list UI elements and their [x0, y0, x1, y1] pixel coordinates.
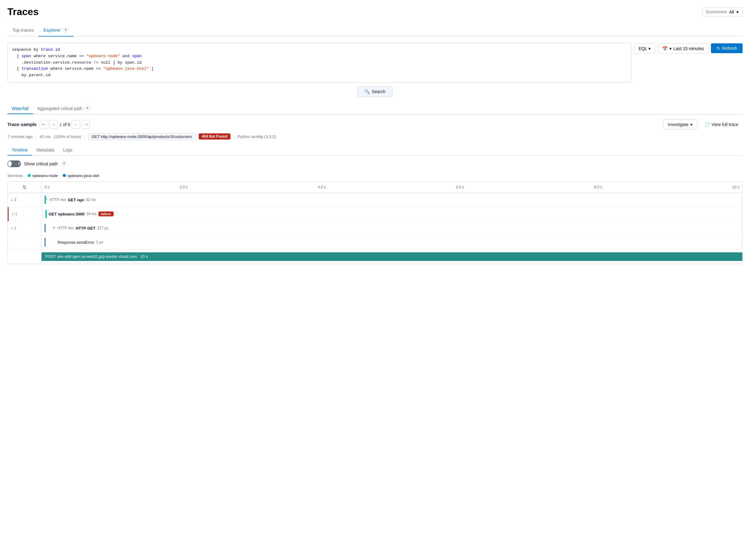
span-duration-4: 2 μs [96, 240, 103, 244]
scale-2s: 2.0 s [180, 185, 188, 189]
detail-tab-logs[interactable]: Logs [59, 145, 77, 155]
separator-3: | [234, 134, 234, 139]
chevron-expand-icon: ∨ [11, 198, 13, 202]
query-bar: sequence by trace.id [ span where servic… [7, 43, 743, 83]
search-button[interactable]: 🔍 Search [357, 86, 392, 97]
nav-current: 1 [59, 122, 62, 127]
sub-tab-waterfall[interactable]: Waterfall [7, 104, 33, 114]
time-picker-button[interactable]: 📅 ▾ Last 15 minutes [658, 43, 709, 54]
post-bar-row[interactable]: POST dev-oblt.apm.us-west2.gcp.elastic-c… [8, 250, 742, 264]
timeline-container: ⇅ 0 s 2.0 s 4.0 s 6.0 s 8.0 s 10 s ∨ 2 ↱… [7, 182, 743, 264]
sub-tabs: Waterfall Aggregated critical path ⚗ [7, 103, 743, 115]
page-title: Traces [7, 6, 38, 18]
investigate-label: Investigate [668, 122, 689, 127]
sub-tab-aggregated-critical-path[interactable]: Aggregated critical path ⚗ [33, 103, 95, 115]
nav-prev-button[interactable]: ‹ [50, 120, 58, 129]
trace-info-bar: 7 minutes ago | 42 ms (100% of trace) | … [7, 133, 743, 140]
critical-path-toggle[interactable]: ✕ [7, 161, 21, 167]
service-name-node: opbeans-node [32, 173, 58, 178]
nav-total: 6 [68, 122, 70, 127]
row-2-count: 1 [15, 212, 17, 216]
query-sequence: sequence by [12, 47, 41, 52]
services-row: Services opbeans-node opbeans-java-otel [7, 173, 743, 178]
trace-time-ago: 7 minutes ago [7, 134, 33, 139]
service-item-opbeans-node: opbeans-node [28, 173, 58, 178]
toggle-x-icon: ✕ [18, 162, 20, 165]
nav-next-button[interactable]: › [71, 120, 80, 129]
tab-top-traces[interactable]: Top traces [7, 24, 38, 36]
environment-selector[interactable]: Environment All ▾ [702, 7, 743, 17]
chevron-down-icon: ▾ [690, 122, 692, 127]
critical-path-beta-icon: ⚗ [61, 161, 67, 167]
span-bar-2 [45, 210, 47, 218]
detail-tab-timeline[interactable]: Timeline [7, 145, 32, 155]
refresh-icon: ↻ [716, 46, 720, 51]
env-label: Environment [706, 10, 727, 14]
env-value: All [729, 9, 734, 15]
span-bar-4 [45, 238, 45, 247]
timeline-row-4-label [8, 235, 41, 249]
separator-1: | [36, 134, 37, 139]
query-traceid: trace.id [41, 47, 60, 52]
trace-agent: Python aiohttp (3.3.2) [238, 134, 276, 139]
trace-pct: (100% of trace) [54, 134, 81, 139]
span-name-1: GET /api [68, 198, 84, 202]
timeline-row-2-content: GET opbeans:3000 34 ms failure [42, 207, 742, 221]
service-name-java: opbeans-java-otel [67, 173, 99, 178]
refresh-button[interactable]: ↻ Refresh [711, 43, 743, 53]
view-full-trace-button[interactable]: 📄 View full trace [700, 120, 743, 129]
investigate-button[interactable]: Investigate ▾ [663, 120, 697, 129]
filter-icon[interactable]: ⇅ [22, 184, 26, 190]
scale-6s: 6.0 s [456, 185, 464, 189]
scale-8s: 8.0 s [594, 185, 602, 189]
chevron-down-icon: ▾ [649, 46, 651, 51]
timeline-header: ⇅ 0 s 2.0 s 4.0 s 6.0 s 8.0 s 10 s [8, 182, 742, 193]
toggle-thumb [8, 161, 12, 167]
timeline-row-1-label: ∨ 2 [8, 193, 41, 207]
span-name-4: Response.sendError [58, 240, 94, 245]
search-row: 🔍 Search [7, 86, 743, 97]
trace-sample-row: Trace sample ⊢ ‹ 1 of 6 › ⊣ Investigate … [7, 120, 743, 129]
eql-label: EQL [639, 46, 647, 51]
nav-of: of [63, 122, 68, 127]
nav-first-button[interactable]: ⊢ [40, 120, 48, 129]
timeline-row-3-label: ∨ 1 [8, 221, 41, 235]
query-editor[interactable]: sequence by trace.id [ span where servic… [7, 43, 632, 83]
post-duration: 10 s [140, 254, 148, 259]
timeline-row-1[interactable]: ∨ 2 ↱ HTTP 4xx GET /api 42 ms [8, 193, 742, 207]
post-label: POST dev-oblt.apm.us-west2.gcp.elastic-c… [45, 254, 137, 259]
service-item-opbeans-java-otel: opbeans-java-otel [63, 173, 99, 178]
span-duration-2: 34 ms [86, 212, 97, 216]
timeline-row-4-content: Response.sendError 2 μs [41, 235, 742, 249]
timeline-row-2[interactable]: ∨ 1 GET opbeans:3000 34 ms failure [8, 207, 742, 221]
eql-button[interactable]: EQL ▾ [634, 43, 655, 54]
refresh-label: Refresh [722, 46, 737, 51]
service-dot-blue [63, 174, 66, 177]
detail-tab-metadata[interactable]: Metadata [32, 145, 58, 155]
detail-tabs: Timeline Metadata Logs [7, 145, 743, 155]
chevron-expand-icon-3: ∨ [11, 227, 13, 230]
critical-path-row: ✕ Show critical path ⚗ [7, 161, 743, 167]
span-bar-3 [45, 224, 45, 232]
scale-4s: 4.0 s [318, 185, 326, 189]
span-name-3: HTTP GET [76, 226, 95, 230]
post-bar-content: POST dev-oblt.apm.us-west2.gcp.elastic-c… [41, 250, 742, 264]
timeline-row-3[interactable]: ∨ 1 ↱ HTTP 4xx HTTP GET 217 μs [8, 221, 742, 235]
search-label: Search [372, 89, 385, 94]
nav-last-button[interactable]: ⊣ [81, 120, 90, 129]
timeline-row-4[interactable]: Response.sendError 2 μs [8, 235, 742, 250]
span-info-3: ↱ HTTP 4xx HTTP GET 217 μs [41, 226, 108, 230]
timeline-row-1-content: ↱ HTTP 4xx GET /api 42 ms [41, 193, 742, 207]
detail-tab-metadata-label: Metadata [36, 147, 54, 152]
explorer-beta-icon: ⚗ [62, 27, 68, 33]
sub-tab-waterfall-label: Waterfall [12, 106, 28, 111]
critical-path-label: Show critical path [24, 161, 58, 166]
view-trace-label: View full trace [712, 122, 738, 127]
separator-2: | [84, 134, 85, 139]
service-dot-green [28, 174, 31, 177]
document-icon: 📄 [705, 122, 710, 127]
tab-explorer[interactable]: Explorer ⚗ [38, 24, 74, 37]
acp-beta-icon: ⚗ [84, 105, 91, 111]
failure-badge: failure [98, 211, 114, 216]
trace-sample-right: Investigate ▾ 📄 View full trace [663, 120, 743, 129]
